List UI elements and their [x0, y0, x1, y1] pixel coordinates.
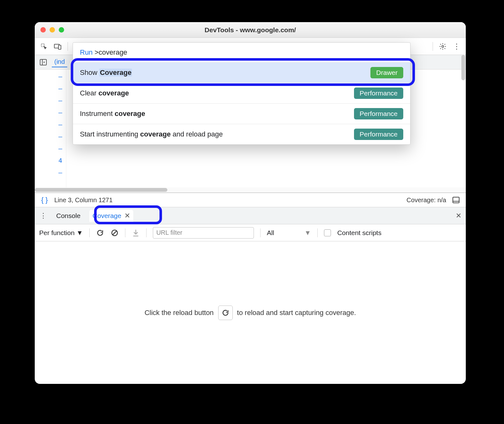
scope-dropdown[interactable]: Per function ▼ [39, 229, 83, 237]
command-item-instrument-coverage[interactable]: Instrument coverage Performance [73, 103, 410, 124]
drawer-tab-coverage[interactable]: Coverage ✕ [89, 210, 133, 222]
file-tab-index[interactable]: (ind [52, 57, 67, 67]
export-icon[interactable] [132, 229, 140, 237]
navigator-toggle-icon[interactable] [39, 58, 47, 66]
reload-button[interactable] [218, 306, 233, 320]
command-palette: Run >coverage Show Coverage Drawer Clear… [73, 42, 411, 145]
command-list: Show Coverage Drawer Clear coverage Perf… [73, 62, 410, 144]
separator [68, 42, 68, 51]
command-input[interactable]: Run >coverage [73, 43, 410, 62]
empty-text-pre: Click the reload button [145, 309, 214, 317]
close-drawer-icon[interactable]: ✕ [456, 212, 461, 220]
window-title: DevTools - www.google.com/ [35, 26, 466, 34]
cursor-position: Line 3, Column 1271 [54, 197, 113, 204]
settings-icon[interactable] [439, 42, 447, 51]
badge-performance: Performance [354, 88, 403, 99]
device-toggle-icon[interactable] [54, 42, 62, 51]
chevron-down-icon: ▼ [76, 229, 83, 237]
svg-line-9 [112, 231, 117, 235]
kebab-menu-icon[interactable]: ⋮ [453, 42, 461, 51]
drawer-tab-console[interactable]: Console [53, 210, 84, 221]
close-tab-icon[interactable]: ✕ [124, 212, 130, 220]
clear-icon[interactable] [111, 229, 119, 237]
command-item-start-instrumenting[interactable]: Start instrumenting coverage and reload … [73, 124, 410, 144]
horizontal-scrollbar[interactable] [35, 187, 466, 192]
source-map-icon[interactable] [452, 196, 460, 204]
command-item-show-coverage[interactable]: Show Coverage Drawer [73, 62, 410, 83]
coverage-toolbar: Per function ▼ URL filter All ▼ Content … [35, 224, 466, 241]
badge-performance: Performance [354, 129, 403, 140]
svg-point-3 [442, 45, 444, 47]
titlebar: DevTools - www.google.com/ [35, 22, 466, 38]
chevron-down-icon: ▼ [304, 229, 311, 237]
svg-rect-6 [453, 197, 459, 203]
vertical-scrollbar[interactable] [461, 55, 466, 178]
run-label: Run [80, 48, 93, 56]
coverage-status: Coverage: n/a [406, 197, 446, 204]
reload-icon[interactable] [96, 229, 104, 237]
coverage-empty-state: Click the reload button to reload and st… [35, 241, 466, 384]
editor-statusbar: { } Line 3, Column 1271 Coverage: n/a [35, 193, 466, 207]
empty-text-post: to reload and start capturing coverage. [237, 309, 356, 317]
pretty-print-icon[interactable]: { } [40, 196, 49, 204]
drawer-tab-coverage-label: Coverage [93, 212, 121, 220]
type-filter-dropdown[interactable]: All ▼ [267, 229, 311, 237]
badge-drawer: Drawer [370, 67, 403, 78]
line-gutter: – – – – – – – 4 – [35, 70, 66, 192]
url-filter-input[interactable]: URL filter [153, 227, 254, 239]
content-scripts-label: Content scripts [337, 229, 381, 237]
drawer-tabs: ⋮ Console Coverage ✕ ✕ [35, 207, 466, 224]
content-scripts-checkbox[interactable] [324, 229, 331, 236]
command-item-clear-coverage[interactable]: Clear coverage Performance [73, 83, 410, 103]
inspect-icon[interactable] [40, 42, 48, 51]
separator [433, 42, 433, 51]
drawer-kebab-icon[interactable]: ⋮ [39, 212, 47, 220]
badge-performance: Performance [354, 108, 403, 119]
svg-rect-2 [58, 45, 61, 49]
